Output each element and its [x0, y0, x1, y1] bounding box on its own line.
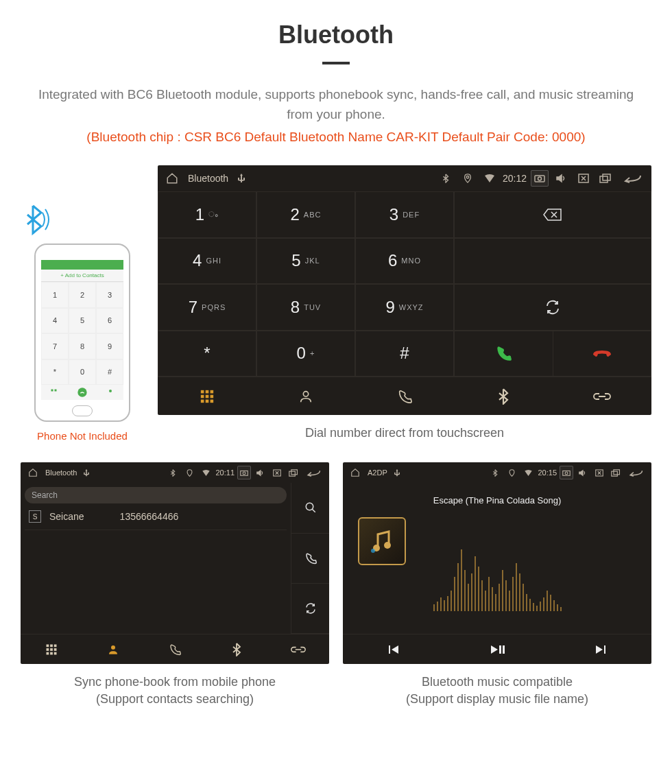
search-button[interactable]	[291, 483, 329, 533]
wifi-icon	[521, 470, 535, 476]
svg-point-6	[538, 177, 542, 180]
contact-number: 13566664466	[120, 511, 179, 522]
dial-key-6[interactable]: 6MNO	[355, 238, 454, 285]
tab-bluetooth[interactable]	[454, 377, 553, 415]
svg-point-37	[565, 472, 568, 475]
phone-key: 3	[96, 282, 123, 308]
svg-point-35	[111, 645, 115, 650]
call-end-button[interactable]	[553, 331, 651, 377]
usb-icon	[80, 469, 93, 477]
back-icon[interactable]	[625, 469, 646, 477]
tab-call-log[interactable]	[144, 634, 206, 664]
svg-rect-10	[201, 390, 204, 393]
svg-rect-12	[211, 390, 214, 393]
backspace-button[interactable]	[455, 192, 651, 237]
phone-key: *	[41, 359, 69, 385]
svg-rect-16	[201, 399, 204, 403]
phone-caption: Phone Not Included	[21, 430, 144, 442]
tab-contacts[interactable]	[256, 377, 355, 415]
tab-pair[interactable]	[267, 634, 329, 664]
tab-pair[interactable]	[553, 377, 651, 415]
bluetooth-status-icon	[437, 174, 455, 183]
svg-rect-11	[206, 390, 209, 393]
svg-rect-23	[289, 471, 296, 476]
dial-key-#[interactable]: #	[355, 331, 454, 377]
phone-key: 1	[41, 282, 69, 308]
svg-rect-13	[201, 394, 204, 398]
next-track-button[interactable]	[549, 634, 651, 664]
location-icon	[505, 469, 518, 477]
dial-key-4[interactable]: 4GHI	[158, 238, 256, 285]
dial-key-5[interactable]: 5JKL	[256, 238, 355, 285]
svg-rect-32	[47, 652, 49, 654]
phone-key: #	[96, 359, 123, 385]
tab-bluetooth[interactable]	[206, 634, 267, 664]
svg-point-21	[243, 472, 245, 475]
camera-icon[interactable]	[531, 170, 549, 187]
play-pause-button[interactable]	[446, 634, 549, 664]
tab-contacts[interactable]	[82, 634, 144, 664]
phone-key: 8	[69, 333, 96, 359]
sync-button[interactable]	[455, 285, 651, 330]
svg-point-19	[303, 391, 308, 396]
tab-keypad[interactable]	[21, 634, 82, 664]
dialer-caption: Dial number direct from touchscreen	[158, 425, 651, 442]
page-title: Bluetooth	[0, 21, 672, 49]
phone-add-contacts: + Add to Contacts	[41, 270, 123, 282]
dial-key-2[interactable]: 2ABC	[256, 191, 355, 238]
call-answer-button[interactable]	[455, 331, 553, 377]
call-button[interactable]	[291, 534, 329, 584]
svg-rect-39	[612, 471, 618, 476]
recent-apps-icon[interactable]	[597, 174, 614, 183]
svg-rect-44	[389, 645, 390, 654]
contact-name: Seicane	[49, 511, 84, 522]
refresh-button[interactable]	[291, 584, 329, 634]
track-title: Escape (The Pina Colada Song)	[433, 495, 561, 506]
contacts-caption: Sync phone-book from mobile phone (Suppo…	[21, 674, 329, 708]
search-input[interactable]: Search	[25, 487, 287, 503]
dial-key-1[interactable]: 1ം	[158, 191, 256, 238]
dial-key-*[interactable]: *	[158, 331, 256, 377]
dial-key-9[interactable]: 9WXYZ	[355, 284, 454, 331]
phone-key: 2	[69, 282, 96, 308]
recent-apps-icon[interactable]	[609, 469, 623, 477]
contact-row[interactable]: SSeicane13566664466	[25, 503, 287, 530]
close-app-icon[interactable]	[270, 469, 284, 477]
tab-call-log[interactable]	[355, 377, 454, 415]
wifi-icon	[199, 470, 213, 476]
svg-rect-30	[50, 648, 53, 651]
back-icon[interactable]	[303, 469, 324, 477]
svg-rect-24	[291, 470, 298, 475]
recent-apps-icon[interactable]	[287, 469, 300, 477]
music-screen: A2DP 20:15 Escape (The Pina Colada Song)	[343, 462, 651, 664]
dial-key-7[interactable]: 7PQRS	[158, 284, 256, 331]
svg-point-25	[306, 503, 313, 511]
dial-key-0[interactable]: 0+	[256, 331, 355, 377]
status-title: Bluetooth	[45, 468, 77, 477]
home-icon[interactable]	[26, 468, 40, 477]
svg-point-43	[371, 549, 375, 553]
status-time: 20:11	[215, 468, 235, 477]
specs-text: (Bluetooth chip : CSR BC6 Default Blueto…	[0, 130, 672, 145]
svg-rect-18	[211, 399, 214, 403]
dial-key-3[interactable]: 3DEF	[355, 191, 454, 238]
home-icon[interactable]	[348, 468, 362, 477]
svg-point-4	[466, 176, 469, 179]
svg-rect-47	[604, 645, 605, 654]
tab-keypad[interactable]	[158, 377, 256, 415]
home-icon[interactable]	[163, 172, 181, 185]
volume-icon[interactable]	[553, 174, 571, 183]
close-app-icon[interactable]	[592, 469, 606, 477]
bluetooth-signal-icon	[21, 202, 144, 237]
location-icon	[182, 469, 196, 477]
back-icon[interactable]	[619, 174, 646, 183]
music-caption: Bluetooth music compatible (Support disp…	[343, 674, 651, 708]
prev-track-button[interactable]	[343, 634, 446, 664]
volume-icon[interactable]	[254, 469, 267, 477]
phone-key: 7	[41, 333, 69, 359]
volume-icon[interactable]	[576, 469, 590, 477]
dial-key-8[interactable]: 8TUV	[256, 284, 355, 331]
camera-icon[interactable]	[237, 466, 251, 479]
camera-icon[interactable]	[560, 466, 573, 479]
close-app-icon[interactable]	[575, 174, 592, 183]
